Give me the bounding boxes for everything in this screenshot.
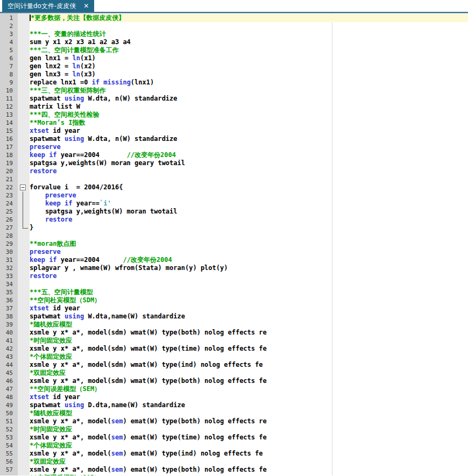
editor-row: 45*双固定效应 [0,369,468,377]
code-line[interactable]: spatwmat using W.dta, n(W) standardize [30,95,468,103]
code-line[interactable]: matrix list W [30,103,468,111]
code-line[interactable]: splagvar y , wname(W) wfrom(Stata) moran… [30,264,468,272]
do-file-editor[interactable]: 1*更多数据，关注【数据皮皮侠】23***一、变量的描述性统计4sum y x1… [0,13,468,475]
line-number: 20 [0,167,18,175]
fold-margin [18,442,30,450]
code-line[interactable]: ***四、空间相关性检验 [30,111,468,119]
line-number: 11 [0,95,18,103]
code-line[interactable]: xsmle y x* a*, model(sem) emat(W) type(b… [30,466,468,474]
code-text: ) emat(W) type(time) nolog effects fe [123,434,266,441]
code-line[interactable]: xsmle y x* a*, model(sem) emat(W) type(i… [30,450,468,458]
line-number: 25 [0,208,18,216]
code-line[interactable]: xsmle y x* a*, model(sdm) wmat(W) type(b… [30,329,468,337]
line-number: 39 [0,321,18,329]
code-line[interactable]: **空间滞后模型（SAR） [30,474,468,475]
code-text: matrix list W [30,103,80,110]
code-line[interactable]: xsmle y x* a*, model(sem) emat(W) type(t… [30,434,468,442]
editor-row: 19spatgsa y,weights(W) moran geary twota… [0,159,468,167]
editor-row: 7gen lnx2 = ln(x2) [0,62,468,70]
line-number: 35 [0,288,18,296]
code-line[interactable]: ***二、空间计量模型准备工作 [30,46,468,54]
line-number: 15 [0,127,18,135]
code-line[interactable] [30,175,468,183]
code-line[interactable]: ***一、变量的描述性统计 [30,30,468,38]
code-text: ) emat(W) type(ind) nolog effects fe [123,450,263,457]
comment-text: *个体固定效应 [30,442,72,449]
code-line[interactable]: restore [30,272,468,280]
document-tab[interactable]: 空间计量do文件-皮皮侠 ✕ [2,0,94,12]
tab-close-icon[interactable]: ✕ [83,3,89,9]
code-line[interactable]: gen lnx3 = ln(x3) [30,70,468,79]
code-line[interactable]: xsmle y x* a*, model(sdm) wmat(W) type(i… [30,361,468,369]
code-line[interactable]: preserve [30,143,468,151]
editor-row: 49spatwmat using D.dta,name(W) standardi… [0,401,468,409]
editor-row: 18keep if year==2004 //改变年份2004 [0,151,468,159]
code-line[interactable]: *个体固定效应 [30,442,468,450]
editor-row: 28 [0,232,468,240]
fold-margin [18,248,30,256]
code-line[interactable]: } [30,224,468,232]
code-line[interactable]: **moran散点图 [30,240,468,248]
code-line[interactable]: keep if year==`i' [30,200,468,208]
code-line[interactable]: xtset id year [30,304,468,312]
code-line[interactable] [30,280,468,288]
code-line[interactable] [30,22,468,30]
code-line[interactable]: **空间误差模型（SEM） [30,385,468,393]
code-line[interactable]: spatwmat using D.dta,name(W) standardize [30,401,468,409]
keyword-text: using [65,401,84,409]
code-line[interactable]: preserve [30,248,468,256]
code-line[interactable]: preserve [30,191,468,200]
code-line[interactable]: *随机效应模型 [30,409,468,417]
code-line[interactable]: forvalue i = 2004/2016{ [30,183,468,191]
fold-margin [18,458,30,466]
code-line[interactable]: xsmle y x* a*, model(sdm) wmat(W) type(b… [30,377,468,385]
line-number: 50 [0,409,18,417]
code-line[interactable]: *双固定效应 [30,369,468,377]
code-line[interactable]: *随机效应模型 [30,321,468,329]
line-number: 14 [0,119,18,127]
editor-row: 14**Moran’s I指数 [0,119,468,127]
editor-row: 40xsmle y x* a*, model(sdm) wmat(W) type… [0,329,468,337]
code-line[interactable]: restore [30,216,468,224]
code-lines: 1*更多数据，关注【数据皮皮侠】23***一、变量的描述性统计4sum y x1… [0,13,468,475]
code-line[interactable]: *时间固定效应 [30,425,468,434]
fold-margin [18,167,30,175]
code-line[interactable]: keep if year==2004 //改变年份2004 [30,151,468,159]
code-line[interactable]: **Moran’s I指数 [30,119,468,127]
fold-collapse-icon[interactable]: − [20,184,26,190]
comment-text: ***二、空间计量模型准备工作 [30,46,119,54]
code-line[interactable]: ***三、空间权重矩阵制作 [30,87,468,95]
code-line[interactable]: spatgsa y,weights(W) moran geary twotail [30,159,468,167]
code-line[interactable]: xsmle y x* a*, model(sdm) wmat(W) type(t… [30,345,468,353]
code-line[interactable]: xsmle y x* a*, model(sem) emat(W) type(b… [30,417,468,425]
code-line[interactable]: *双固定效应 [30,458,468,466]
code-text: (x1) [80,54,96,62]
code-text: gen lnx2 = [30,62,72,70]
code-text: W.dta,name(W) standardize [84,312,185,320]
code-line[interactable]: ***五、空间计量模型 [30,288,468,296]
code-line[interactable]: spatwmat using W.dta,name(W) standardize [30,312,468,321]
editor-row: 41*时间固定效应 [0,337,468,345]
code-line[interactable]: **空间杜宾模型（SDM） [30,296,468,304]
code-text [30,200,45,207]
code-line[interactable]: spatgsa y,weights(W) moran twotail [30,208,468,216]
editor-row: 42xsmle y x* a*, model(sdm) wmat(W) type… [0,345,468,353]
code-line[interactable]: restore [30,167,468,175]
fold-guide-line [23,216,23,224]
code-line[interactable]: replace lnx1 =0 if missing(lnx1) [30,79,468,87]
code-line[interactable]: keep if year==2004 //改变年份2004 [30,256,468,264]
code-line[interactable]: gen lnx2 = ln(x2) [30,62,468,70]
code-line[interactable]: *个体固定效应 [30,353,468,361]
code-line[interactable]: spatwmat using W.dta, n(W) standardize [30,135,468,143]
code-line[interactable]: xtset id year [30,393,468,401]
editor-row: 8gen lnx3 = ln(x3) [0,70,468,79]
code-line[interactable]: xtset id year [30,127,468,135]
code-line[interactable]: *更多数据，关注【数据皮皮侠】 [30,14,468,22]
fold-margin[interactable]: − [18,183,30,191]
code-line[interactable]: *时间固定效应 [30,337,468,345]
code-line[interactable] [30,232,468,240]
code-line[interactable]: sum y x1 x2 x3 a1 a2 a3 a4 [30,38,468,46]
code-text: (x2) [80,62,96,70]
code-text: spatgsa y,weights(W) moran twotail [30,208,178,215]
code-line[interactable]: gen lnx1 = ln(x1) [30,54,468,62]
